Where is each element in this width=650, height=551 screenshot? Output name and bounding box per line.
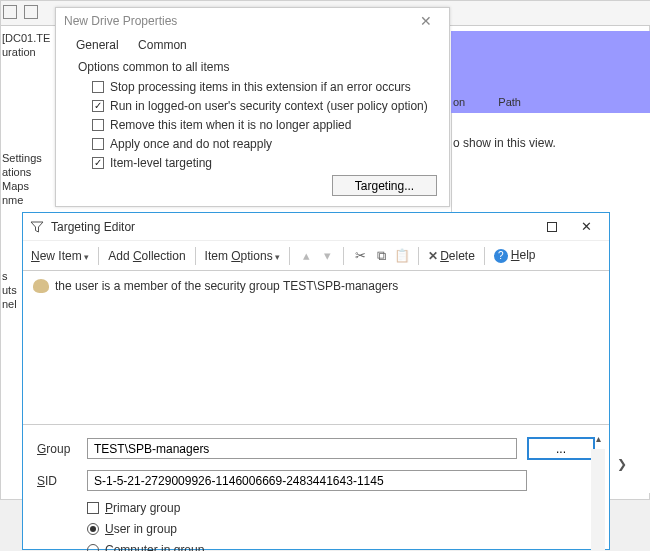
dialog-title: Targeting Editor xyxy=(51,220,535,234)
item-options-menu[interactable]: Item Options xyxy=(203,247,283,265)
user-in-group-radio[interactable] xyxy=(87,523,99,535)
scroll-up-icon[interactable]: ▴ xyxy=(591,433,605,447)
chevron-right-icon[interactable]: ❯ xyxy=(617,457,627,471)
browse-button[interactable]: ... xyxy=(527,437,595,460)
toolbar-icon[interactable] xyxy=(3,5,17,19)
tree-item[interactable]: ations xyxy=(0,166,50,178)
add-collection-button[interactable]: Add Collection xyxy=(106,247,187,265)
computer-in-group-label: Computer in group xyxy=(105,543,204,551)
rule-properties-form: ▴ Group ... SID Primary group User in gr… xyxy=(23,425,609,551)
new-item-menu[interactable]: NNew Itemew Item xyxy=(29,247,91,265)
options-header: Options common to all items xyxy=(78,60,433,74)
targeting-editor-dialog: Targeting Editor ✕ NNew Itemew Item Add … xyxy=(22,212,610,550)
checkbox-stop-processing[interactable] xyxy=(92,81,104,93)
checkbox-label: Remove this item when it is no longer ap… xyxy=(110,118,351,132)
maximize-button[interactable] xyxy=(535,216,569,238)
user-in-group-label: User in group xyxy=(105,522,177,536)
move-down-icon[interactable]: ▾ xyxy=(318,247,336,265)
filter-icon xyxy=(29,219,45,235)
close-icon[interactable]: ✕ xyxy=(411,13,441,29)
cut-icon[interactable]: ✂ xyxy=(351,247,369,265)
rule-item[interactable]: the user is a member of the security gro… xyxy=(33,279,599,293)
rule-text: the user is a member of the security gro… xyxy=(55,279,398,293)
checkbox-item-level-targeting[interactable] xyxy=(92,157,104,169)
drive-properties-dialog: New Drive Properties ✕ General Common Op… xyxy=(55,7,450,207)
copy-icon[interactable]: ⧉ xyxy=(372,247,390,265)
move-up-icon[interactable]: ▴ xyxy=(297,247,315,265)
checkbox-label: Run in logged-on user's security context… xyxy=(110,99,428,113)
dialog-title: New Drive Properties xyxy=(64,14,177,28)
scrollbar[interactable] xyxy=(591,449,605,551)
group-input[interactable] xyxy=(87,438,517,459)
computer-in-group-radio[interactable] xyxy=(87,544,99,551)
delete-button[interactable]: ✕Delete xyxy=(426,247,477,265)
primary-group-checkbox[interactable] xyxy=(87,502,99,514)
primary-group-label: Primary group xyxy=(105,501,180,515)
security-group-icon xyxy=(33,279,49,293)
checkbox-label: Apply once and do not reapply xyxy=(110,137,272,151)
tree-item: uration xyxy=(0,46,50,58)
help-button[interactable]: ?Help xyxy=(492,246,538,265)
tab-strip: General Common xyxy=(56,34,449,56)
paste-icon[interactable]: 📋 xyxy=(393,247,411,265)
checkbox-run-logged-on[interactable] xyxy=(92,100,104,112)
rules-list[interactable]: the user is a member of the security gro… xyxy=(23,271,609,425)
col-path[interactable]: Path xyxy=(498,96,521,108)
targeting-button[interactable]: Targeting... xyxy=(332,175,437,196)
sid-input[interactable] xyxy=(87,470,527,491)
group-label: Group xyxy=(37,442,87,456)
tab-common[interactable]: Common xyxy=(130,34,195,55)
close-icon[interactable]: ✕ xyxy=(569,216,603,238)
sid-label: SID xyxy=(37,474,87,488)
tree-item[interactable]: [DC01.TE xyxy=(0,32,50,44)
tab-general[interactable]: General xyxy=(68,34,127,55)
tree-item[interactable]: nme xyxy=(0,194,50,206)
tree-item[interactable]: Maps xyxy=(0,180,50,192)
dialog-titlebar[interactable]: Targeting Editor ✕ xyxy=(23,213,609,241)
checkbox-label: Item-level targeting xyxy=(110,156,212,170)
checkbox-apply-once[interactable] xyxy=(92,138,104,150)
toolbar-icon[interactable] xyxy=(24,5,38,19)
checkbox-remove-item[interactable] xyxy=(92,119,104,131)
tree-item[interactable]: Settings xyxy=(0,152,50,164)
dialog-titlebar[interactable]: New Drive Properties ✕ xyxy=(56,8,449,34)
checkbox-label: Stop processing items in this extension … xyxy=(110,80,411,94)
col-action[interactable]: on xyxy=(453,96,465,108)
empty-view-message: o show in this view. xyxy=(453,136,556,150)
column-headers: on Path xyxy=(453,96,551,108)
toolbar: NNew Itemew Item Add Collection Item Opt… xyxy=(23,241,609,271)
